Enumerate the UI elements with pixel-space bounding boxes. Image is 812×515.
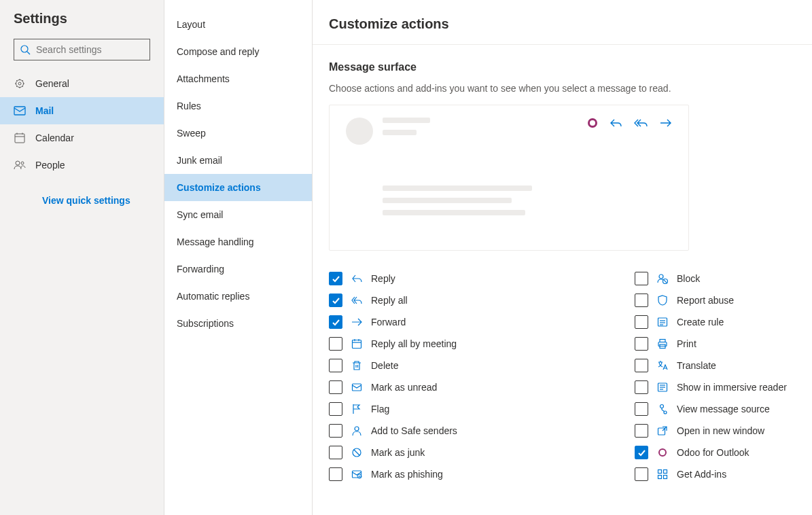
action-label: Print [677,338,696,349]
subnav-item[interactable]: Layout [164,11,312,38]
newwin-icon [656,425,669,436]
action-row-reply: Reply [329,271,635,286]
reply-icon [351,273,363,284]
action-label: Reply all [371,295,408,306]
checkbox-phishing[interactable] [329,467,342,481]
checkbox-report[interactable] [635,294,648,307]
avatar-placeholder [346,118,373,145]
action-label: Get Add-ins [677,469,726,480]
section-description: Choose actions and add-ins you want to s… [329,83,812,94]
action-columns: ReplyReply allForwardReply all by meetin… [329,271,812,482]
action-label: Mark as unread [371,382,437,393]
category-label: Mail [35,105,54,116]
category-label: People [35,160,65,171]
checkbox-junk[interactable] [329,446,342,459]
svg-rect-12 [14,107,25,115]
checkbox-reply[interactable] [329,272,342,285]
svg-line-11 [22,80,24,82]
junk-icon [351,447,363,458]
action-label: View message source [677,404,770,414]
search-icon [20,44,31,55]
checkbox-immersive[interactable] [635,380,648,394]
block-icon [656,273,669,284]
checkbox-print[interactable] [635,337,648,351]
action-label: Delete [371,360,398,371]
action-row-print: Print [635,336,787,351]
subnav-item[interactable]: Sweep [164,120,312,147]
checkbox-translate[interactable] [635,359,648,372]
person-icon [351,425,363,436]
category-label: Calendar [35,132,74,143]
reply-all-icon [351,295,363,306]
action-row-odoo: Odoo for Outlook [635,445,787,460]
svg-point-20 [16,161,20,165]
page-title: Customize actions [329,16,812,32]
search-settings-input[interactable] [35,43,156,56]
svg-point-27 [355,427,359,431]
subnav-item[interactable]: Message handling [164,228,312,255]
trash-icon [351,360,363,371]
category-people[interactable]: People [0,152,164,179]
svg-rect-26 [353,384,361,391]
svg-point-33 [659,274,663,279]
category-calendar[interactable]: Calendar [0,124,164,152]
action-row-newwin: Open in new window [635,423,787,438]
checkbox-block[interactable] [635,272,648,285]
category-general[interactable]: General [0,70,164,97]
phishing-icon [351,469,363,480]
action-row-safe: Add to Safe senders [329,423,635,438]
settings-sidebar: Settings General Mail [0,0,164,515]
action-label: Reply [371,273,395,284]
mail-icon [14,106,26,116]
checkbox-forward[interactable] [329,315,342,329]
action-label: Translate [677,360,716,371]
settings-title: Settings [14,11,164,26]
search-settings-box[interactable] [14,39,150,60]
forward-icon [351,317,363,327]
subnav-item[interactable]: Sync email [164,201,312,228]
action-label: Open in new window [677,425,764,436]
checkbox-newwin[interactable] [635,424,648,438]
action-label: Odoo for Outlook [677,447,749,458]
svg-line-8 [16,80,18,82]
checkbox-delete[interactable] [329,359,342,372]
subnav-item[interactable]: Customize actions [164,174,312,201]
view-quick-settings-link[interactable]: View quick settings [0,179,164,206]
action-row-reply-meeting: Reply all by meeting [329,336,635,351]
svg-point-21 [21,162,24,164]
checkbox-flag[interactable] [329,402,342,416]
subnav-item[interactable]: Attachments [164,65,312,92]
svg-point-47 [660,405,664,408]
action-row-flag: Flag [329,402,635,416]
subnav-item[interactable]: Forwarding [164,255,312,283]
subnav-item[interactable]: Compose and reply [164,38,312,65]
svg-line-35 [664,280,667,283]
subnav-item[interactable]: Junk email [164,147,312,174]
action-label: Show in immersive reader [677,382,787,393]
svg-point-48 [664,411,667,414]
action-row-block: Block [635,271,787,286]
checkbox-unread[interactable] [329,380,342,394]
odoo-icon [656,448,669,457]
checkbox-reply-all[interactable] [329,294,342,307]
category-mail[interactable]: Mail [0,97,164,124]
reader-icon [656,382,669,393]
reply-all-preview-icon [634,118,648,128]
subnav-item[interactable]: Subscriptions [164,310,312,337]
subnav-item[interactable]: Rules [164,92,312,120]
checkbox-addins[interactable] [635,467,648,481]
people-icon [14,160,26,170]
action-label: Report abuse [677,295,734,306]
checkbox-reply-meeting[interactable] [329,337,342,351]
message-preview [329,105,689,251]
action-row-reply-all: Reply all [329,293,635,308]
checkbox-source[interactable] [635,402,648,416]
svg-rect-51 [664,470,667,474]
svg-point-3 [18,82,21,85]
checkbox-odoo[interactable] [635,446,648,459]
envelope-icon [351,382,363,393]
print-icon [656,338,669,349]
checkbox-safe[interactable] [329,424,342,438]
subnav-item[interactable]: Automatic replies [164,283,312,310]
checkbox-rule[interactable] [635,315,648,329]
